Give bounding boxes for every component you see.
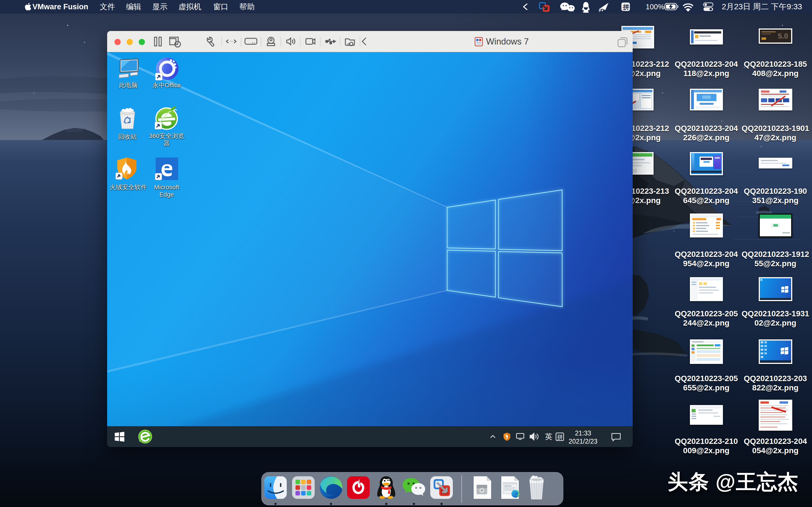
svg-text:2月23日 周二 下午9:33: 2月23日 周二 下午9:33 [722, 2, 802, 11]
svg-text:100%: 100% [646, 3, 665, 11]
svg-text:Windows 7: Windows 7 [486, 37, 529, 47]
svg-text:P: P [599, 8, 601, 13]
svg-text:拼: 拼 [557, 434, 563, 440]
svg-text:拼: 拼 [622, 3, 629, 11]
svg-text:2021/2/23: 2021/2/23 [569, 438, 598, 445]
svg-text:英: 英 [545, 432, 552, 441]
svg-text:21:33: 21:33 [575, 430, 591, 437]
